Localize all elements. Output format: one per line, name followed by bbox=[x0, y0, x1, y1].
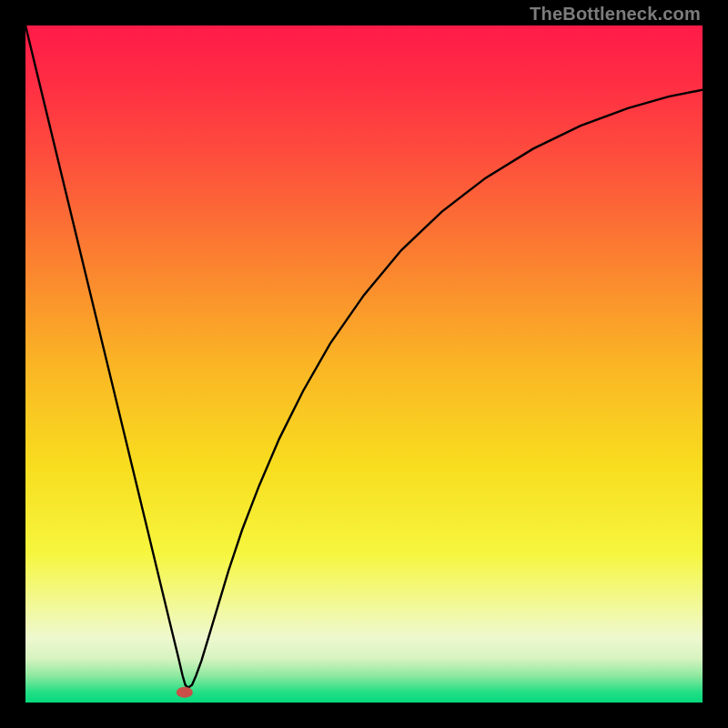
chart-svg bbox=[25, 25, 703, 703]
gradient-background bbox=[25, 25, 703, 703]
watermark-text: TheBottleneck.com bbox=[530, 4, 701, 25]
chart-frame bbox=[25, 25, 703, 703]
minimum-marker bbox=[177, 687, 193, 698]
